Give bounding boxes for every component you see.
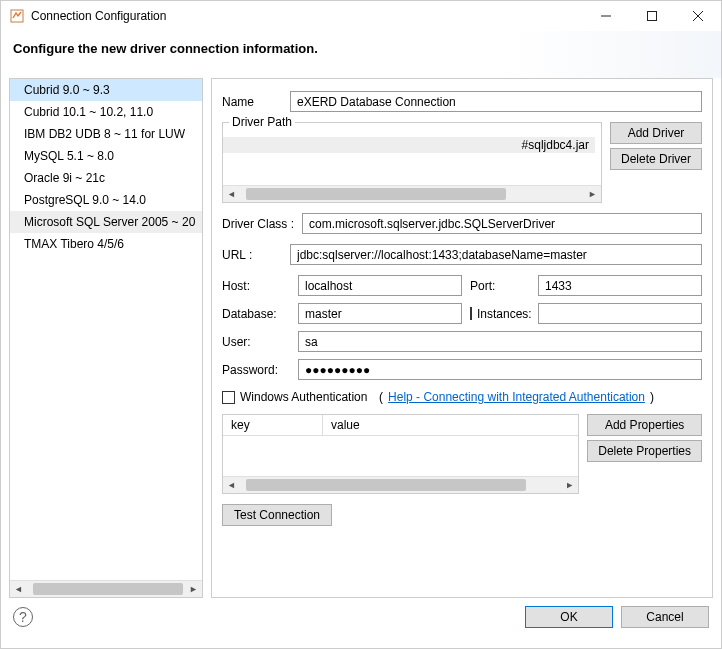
host-input[interactable] (298, 275, 462, 296)
scroll-thumb[interactable] (246, 479, 526, 491)
properties-button-column: Add Properties Delete Properties (587, 414, 702, 494)
host-label: Host: (222, 279, 290, 293)
sidebar-item[interactable]: IBM DB2 UDB 8 ~ 11 for LUW (10, 123, 202, 145)
winauth-checkbox[interactable] (222, 391, 235, 404)
maximize-button[interactable] (629, 1, 675, 31)
instances-checkbox-row: Instances: (470, 307, 530, 321)
properties-body[interactable] (223, 436, 578, 476)
winauth-row: Windows Authentication ( Help - Connecti… (222, 390, 702, 404)
driver-class-label: Driver Class : (222, 217, 294, 231)
sidebar-item[interactable]: Microsoft SQL Server 2005 ~ 20 (10, 211, 202, 233)
window-title: Connection Configuration (31, 9, 583, 23)
svg-rect-2 (648, 12, 657, 21)
config-pane: Name Driver Path #sqljdbc4.jar ◄ ► Add D… (211, 78, 713, 598)
ok-button[interactable]: OK (525, 606, 613, 628)
winauth-label: Windows Authentication (240, 390, 367, 404)
help-link[interactable]: Help - Connecting with Integrated Authen… (388, 390, 645, 404)
instances-checkbox[interactable] (470, 307, 472, 320)
scroll-thumb[interactable] (246, 188, 506, 200)
properties-header: key value (223, 415, 578, 436)
driver-path-box: Driver Path #sqljdbc4.jar ◄ ► (222, 122, 602, 203)
test-connection-row: Test Connection (222, 504, 702, 526)
driver-path-label: Driver Path (229, 115, 295, 129)
driver-path-section: Driver Path #sqljdbc4.jar ◄ ► Add Driver… (222, 122, 702, 203)
driver-button-column: Add Driver Delete Driver (610, 122, 702, 203)
value-column-header: value (323, 415, 578, 435)
connection-form: Host: Port: Database: Instances: User: P… (222, 275, 702, 380)
scroll-right-icon[interactable]: ► (584, 186, 601, 203)
properties-table[interactable]: key value ◄ ► (222, 414, 579, 494)
driver-type-list[interactable]: Cubrid 9.0 ~ 9.3Cubrid 10.1 ~ 10.2, 11.0… (10, 79, 202, 580)
main-content: Cubrid 9.0 ~ 9.3Cubrid 10.1 ~ 10.2, 11.0… (1, 78, 721, 598)
password-label: Password: (222, 363, 290, 377)
sidebar-item[interactable]: Oracle 9i ~ 21c (10, 167, 202, 189)
svg-rect-0 (11, 10, 23, 22)
driver-class-input[interactable] (302, 213, 702, 234)
test-connection-button[interactable]: Test Connection (222, 504, 332, 526)
minimize-button[interactable] (583, 1, 629, 31)
delete-driver-button[interactable]: Delete Driver (610, 148, 702, 170)
sidebar-item[interactable]: TMAX Tibero 4/5/6 (10, 233, 202, 255)
properties-section: key value ◄ ► Add Properties Delete Prop… (222, 414, 702, 494)
cancel-button[interactable]: Cancel (621, 606, 709, 628)
database-input[interactable] (298, 303, 462, 324)
sidebar-item[interactable]: Cubrid 10.1 ~ 10.2, 11.0 (10, 101, 202, 123)
sidebar-item[interactable]: Cubrid 9.0 ~ 9.3 (10, 79, 202, 101)
user-input[interactable] (298, 331, 702, 352)
driver-type-sidebar: Cubrid 9.0 ~ 9.3Cubrid 10.1 ~ 10.2, 11.0… (9, 78, 203, 598)
add-driver-button[interactable]: Add Driver (610, 122, 702, 144)
close-button[interactable] (675, 1, 721, 31)
driver-hscrollbar[interactable]: ◄ ► (223, 185, 601, 202)
scroll-thumb[interactable] (33, 583, 183, 595)
scroll-left-icon[interactable]: ◄ (10, 581, 27, 598)
instances-label: Instances: (477, 307, 532, 321)
help-icon[interactable]: ? (13, 607, 33, 627)
password-input[interactable] (298, 359, 702, 380)
app-icon (9, 8, 25, 24)
page-subtitle: Configure the new driver connection info… (1, 31, 721, 78)
key-column-header: key (223, 415, 323, 435)
instances-input[interactable] (538, 303, 702, 324)
driver-jar-item[interactable]: #sqljdbc4.jar (223, 137, 595, 153)
name-label: Name (222, 95, 282, 109)
user-label: User: (222, 335, 290, 349)
url-input[interactable] (290, 244, 702, 265)
sidebar-item[interactable]: PostgreSQL 9.0 ~ 14.0 (10, 189, 202, 211)
delete-properties-button[interactable]: Delete Properties (587, 440, 702, 462)
props-hscrollbar[interactable]: ◄ ► (223, 476, 578, 493)
port-input[interactable] (538, 275, 702, 296)
url-row: URL : (222, 244, 702, 265)
driver-class-row: Driver Class : (222, 213, 702, 234)
dialog-footer: ? OK Cancel (1, 598, 721, 636)
sidebar-item[interactable]: MySQL 5.1 ~ 8.0 (10, 145, 202, 167)
name-input[interactable] (290, 91, 702, 112)
scroll-right-icon[interactable]: ► (561, 477, 578, 494)
scroll-left-icon[interactable]: ◄ (223, 186, 240, 203)
sidebar-hscrollbar[interactable]: ◄ ► (10, 580, 202, 597)
name-row: Name (222, 91, 702, 112)
database-label: Database: (222, 307, 290, 321)
url-label: URL : (222, 248, 282, 262)
titlebar: Connection Configuration (1, 1, 721, 31)
port-label: Port: (470, 279, 530, 293)
scroll-left-icon[interactable]: ◄ (223, 477, 240, 494)
scroll-right-icon[interactable]: ► (185, 581, 202, 598)
add-properties-button[interactable]: Add Properties (587, 414, 702, 436)
driver-jar-list[interactable]: #sqljdbc4.jar (223, 137, 601, 185)
